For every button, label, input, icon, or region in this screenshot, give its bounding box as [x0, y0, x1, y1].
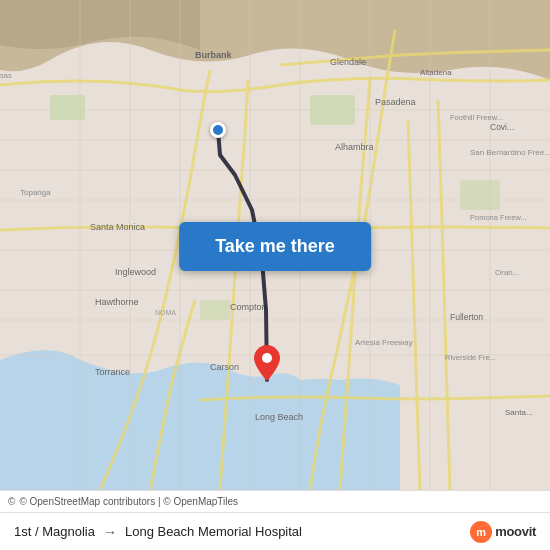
footer: 1st / Magnolia → Long Beach Memorial Hos…	[0, 512, 550, 550]
route-info: 1st / Magnolia → Long Beach Memorial Hos…	[14, 524, 302, 540]
svg-text:sas: sas	[0, 71, 12, 80]
map-container: Burbank Glendale Altadena Pasadena Footh…	[0, 0, 550, 490]
svg-rect-18	[310, 95, 355, 125]
origin-marker	[210, 122, 226, 138]
svg-text:Foothill Freew...: Foothill Freew...	[450, 113, 503, 122]
svg-text:Hawthorne: Hawthorne	[95, 297, 139, 307]
moovit-logo-text: moovit	[495, 524, 536, 539]
svg-text:Santa...: Santa...	[505, 408, 533, 417]
moovit-m-icon: m	[470, 521, 492, 543]
destination-label: Long Beach Memorial Hospital	[125, 524, 302, 539]
route-arrow-icon: →	[103, 524, 117, 540]
svg-text:NOMA: NOMA	[155, 309, 176, 316]
svg-text:San Bernardino Free...: San Bernardino Free...	[470, 148, 550, 157]
copyright-icon: ©	[8, 496, 15, 507]
svg-text:Torrance: Torrance	[95, 367, 130, 377]
svg-text:Oran...: Oran...	[495, 268, 519, 277]
destination-marker	[254, 345, 280, 385]
svg-rect-20	[460, 180, 500, 210]
attribution-text: © OpenStreetMap contributors | © OpenMap…	[19, 496, 238, 507]
svg-text:Pasadena: Pasadena	[375, 97, 416, 107]
svg-text:Topanga: Topanga	[20, 188, 51, 197]
svg-text:Burbank: Burbank	[195, 50, 233, 60]
svg-text:Alhambra: Alhambra	[335, 142, 374, 152]
svg-text:Compton: Compton	[230, 302, 267, 312]
svg-text:Pomona Freew...: Pomona Freew...	[470, 213, 527, 222]
svg-text:Santa Monica: Santa Monica	[90, 222, 145, 232]
attribution-bar: © © OpenStreetMap contributors | © OpenM…	[0, 490, 550, 512]
svg-text:Long Beach: Long Beach	[255, 412, 303, 422]
svg-text:Fullerton: Fullerton	[450, 312, 483, 322]
svg-point-47	[262, 353, 272, 363]
take-me-there-button[interactable]: Take me there	[179, 222, 371, 271]
svg-text:Altadena: Altadena	[420, 68, 452, 77]
svg-text:Artesia Freeway: Artesia Freeway	[355, 338, 413, 347]
svg-text:Glendale: Glendale	[330, 57, 366, 67]
svg-text:Inglewood: Inglewood	[115, 267, 156, 277]
svg-text:Carson: Carson	[210, 362, 239, 372]
svg-text:Riverside Fre...: Riverside Fre...	[445, 353, 496, 362]
origin-label: 1st / Magnolia	[14, 524, 95, 539]
svg-rect-19	[200, 300, 230, 320]
svg-text:Covi...: Covi...	[490, 122, 514, 132]
svg-rect-17	[50, 95, 85, 120]
moovit-logo: m moovit	[470, 521, 536, 543]
